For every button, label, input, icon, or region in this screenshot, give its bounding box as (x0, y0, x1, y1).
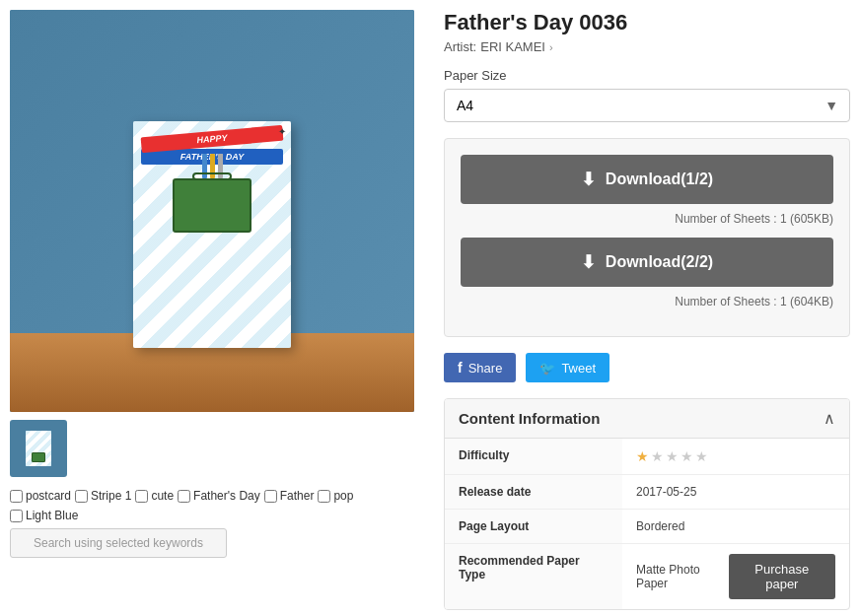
collapse-icon[interactable]: ∧ (824, 409, 835, 428)
paper-size-select[interactable]: A4 Letter A3 (444, 89, 850, 122)
paper-size-select-wrap: A4 Letter A3 ▼ (444, 89, 850, 122)
product-title: Father's Day 0036 (444, 10, 850, 35)
star-5: ★ (695, 448, 708, 464)
info-key-difficulty: Difficulty (445, 439, 622, 474)
tag-postcard-checkbox[interactable] (10, 490, 23, 503)
twitter-tweet-button[interactable]: 🐦 Tweet (526, 353, 609, 382)
download-1-label: Download(1/2) (606, 171, 713, 188)
difficulty-stars: ★ ★ ★ ★ ★ (636, 448, 708, 464)
tag-lightblue: Light Blue (10, 509, 78, 522)
tag-father: Father (264, 489, 315, 503)
content-info-title: Content Information (459, 410, 600, 427)
social-row: f Share 🐦 Tweet (444, 353, 850, 382)
info-row-paper-type: Recommended Paper Type Matte Photo Paper… (445, 544, 849, 609)
tag-lightblue-checkbox[interactable] (10, 510, 23, 522)
paper-size-label: Paper Size (444, 68, 850, 83)
star-1: ★ (636, 448, 649, 464)
left-column: HAPPY FATHER'S DAY ✦ (10, 10, 424, 610)
artist-link[interactable]: Artist:ERI KAMEI › (444, 39, 850, 54)
info-val-page-layout: Bordered (622, 510, 849, 543)
facebook-share-button[interactable]: f Share (444, 353, 516, 382)
tag-fathersday-label: Father's Day (193, 489, 260, 503)
download-1-sheets: Number of Sheets : 1 (605KB) (461, 212, 833, 226)
tag-stripe1-label: Stripe 1 (91, 489, 131, 503)
tag-fathersday-checkbox[interactable] (178, 490, 190, 503)
tag-pop-checkbox[interactable] (318, 490, 330, 503)
tag-lightblue-label: Light Blue (26, 509, 78, 522)
tag-postcard-label: postcard (26, 489, 71, 503)
artist-label: Artist: (444, 39, 476, 54)
facebook-label: Share (468, 361, 503, 376)
download-1-icon: ⬇ (581, 169, 596, 190)
artist-name: ERI KAMEI (480, 39, 545, 54)
twitter-icon: 🐦 (539, 361, 555, 376)
info-val-difficulty: ★ ★ ★ ★ ★ (622, 439, 849, 474)
twitter-label: Tweet (561, 361, 596, 376)
right-column: Father's Day 0036 Artist:ERI KAMEI › Pap… (424, 10, 850, 610)
card-toolbox (173, 178, 251, 233)
tag-father-label: Father (280, 489, 315, 503)
content-info-header: Content Information ∧ (445, 399, 849, 439)
tag-pop: pop (318, 489, 353, 503)
download-2-button[interactable]: ⬇ Download(2/2) (461, 238, 833, 287)
tag-father-checkbox[interactable] (264, 490, 277, 503)
info-row-difficulty: Difficulty ★ ★ ★ ★ ★ (445, 439, 849, 475)
tag-cute-checkbox[interactable] (135, 490, 148, 503)
download-2-icon: ⬇ (581, 251, 596, 273)
star-2: ★ (651, 448, 664, 464)
purchase-paper-button[interactable]: Purchase paper (729, 554, 835, 599)
search-keywords-button[interactable]: Search using selected keywords (10, 528, 227, 558)
download-1-button[interactable]: ⬇ Download(1/2) (461, 155, 833, 204)
download-section: ⬇ Download(1/2) Number of Sheets : 1 (60… (444, 138, 850, 337)
info-val-paper-type: Matte Photo Paper Purchase paper (622, 544, 849, 609)
card-confetti: ✦ (278, 126, 286, 137)
thumbnail-1[interactable] (10, 420, 67, 477)
tag-postcard: postcard (10, 489, 71, 503)
tags-section: postcard Stripe 1 cute Father's Day Fath… (10, 489, 424, 558)
tag-cute-label: cute (151, 489, 174, 503)
info-key-page-layout: Page Layout (445, 510, 622, 543)
info-val-release-date: 2017-05-25 (622, 475, 849, 509)
tag-stripe1-checkbox[interactable] (75, 490, 88, 503)
thumbnail-row (10, 420, 424, 477)
download-2-sheets: Number of Sheets : 1 (604KB) (461, 295, 833, 308)
facebook-icon: f (458, 360, 463, 376)
tag-pop-label: pop (333, 489, 353, 503)
tags-row-1: postcard Stripe 1 cute Father's Day Fath… (10, 489, 424, 503)
paper-type-value: Matte Photo Paper (636, 563, 723, 590)
info-key-release-date: Release date (445, 475, 622, 509)
info-row-release-date: Release date 2017-05-25 (445, 475, 849, 510)
main-product-image: HAPPY FATHER'S DAY ✦ (10, 10, 414, 412)
info-row-page-layout: Page Layout Bordered (445, 510, 849, 544)
info-table: Difficulty ★ ★ ★ ★ ★ Release date 2 (445, 439, 849, 609)
download-2-label: Download(2/2) (606, 253, 713, 271)
content-info-section: Content Information ∧ Difficulty ★ ★ ★ ★… (444, 398, 850, 610)
tag-stripe1: Stripe 1 (75, 489, 131, 503)
tags-row-2: Light Blue (10, 509, 424, 522)
artist-chevron-icon: › (549, 41, 553, 53)
star-3: ★ (666, 448, 679, 464)
info-key-paper-type: Recommended Paper Type (445, 544, 622, 609)
tag-fathersday: Father's Day (178, 489, 260, 503)
tag-cute: cute (135, 489, 174, 503)
star-4: ★ (681, 448, 693, 464)
